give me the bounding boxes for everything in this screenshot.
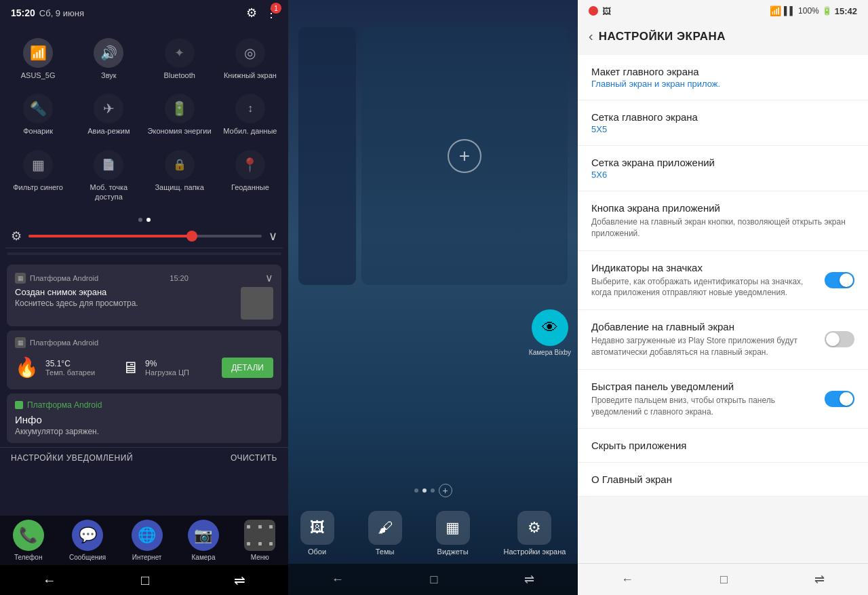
badges-toggle-knob xyxy=(840,273,853,287)
add-home-text: Добавление на главный экран Недавно загр… xyxy=(591,321,825,358)
notif-thumbnail xyxy=(241,287,273,320)
home-home-button[interactable]: □ xyxy=(431,573,438,587)
dock-messages[interactable]: 💬 Сообщения xyxy=(69,520,106,561)
bottom-navigation: ← □ ⇌ xyxy=(0,565,288,595)
battery-notification[interactable]: ▦ Платформа Android 🔥 35.1°С Темп. батар… xyxy=(7,330,281,389)
settings-item-badges[interactable]: Индикаторы на значках Выберите, как отоб… xyxy=(578,251,868,311)
home-layout-title: Макет главного экрана xyxy=(591,66,854,77)
notif-settings-button[interactable]: НАСТРОЙКИ УВЕДОМЛЕНИЙ xyxy=(11,453,133,463)
tile-sound[interactable]: 🔊 Звук xyxy=(73,31,144,87)
settings-back-arrow[interactable]: ‹ xyxy=(589,28,593,44)
quick-notif-row: Быстрая панель уведомлений Проведите пал… xyxy=(591,381,854,418)
tile-location-label: Геоданные xyxy=(231,183,269,192)
tile-bluetooth[interactable]: ✦ Bluetooth xyxy=(144,31,215,87)
wallpaper-icon: 🖼 xyxy=(300,511,334,545)
tile-filter-label: Фильтр синего xyxy=(13,183,63,192)
tile-mobile-data[interactable]: ↕ Мобил. данные xyxy=(215,87,285,142)
tile-secure-folder[interactable]: 🔒 Защищ. папка xyxy=(144,143,215,209)
notif-expand-icon[interactable]: ∨ xyxy=(265,271,273,284)
home-card-main[interactable]: + xyxy=(361,27,568,285)
tile-battery-save[interactable]: 🔋 Экономия энергии xyxy=(144,87,215,142)
wallpaper-label: Обои xyxy=(308,548,326,556)
toolbar-screen-settings[interactable]: ⚙ Настройки экрана xyxy=(504,511,566,556)
home-grid-title: Сетка главного экрана xyxy=(591,111,854,123)
notification-badge: 1 xyxy=(271,3,281,14)
flame-icon: 🔥 xyxy=(15,356,39,379)
dock-camera[interactable]: 📷 Камера xyxy=(188,520,219,561)
apps-grid-sub: 5X6 xyxy=(591,170,854,180)
location-icon: 📍 xyxy=(235,150,265,180)
wifi-icon: 📶 xyxy=(23,38,53,68)
settings-icon[interactable]: ⚙ xyxy=(246,5,257,20)
clear-button[interactable]: ОЧИСТИТЬ xyxy=(231,453,277,463)
hide-apps-title: Скрыть приложения xyxy=(591,440,854,451)
drag-handle xyxy=(7,252,281,255)
battery-icon-full: 🔋 xyxy=(822,6,832,16)
add-home-title: Добавление на главный экран xyxy=(591,321,825,332)
dock-menu[interactable]: Меню xyxy=(244,520,275,561)
status-bar-left: 15:20 Сб, 9 июня xyxy=(11,7,84,18)
tile-flashlight[interactable]: 🔦 Фонарик xyxy=(3,87,73,142)
tile-reading-label: Книжный экран xyxy=(224,71,277,80)
settings-item-about[interactable]: О Главный экран xyxy=(578,463,868,497)
divider xyxy=(5,248,283,248)
tile-reading[interactable]: ◎ Книжный экран xyxy=(215,31,285,87)
screenshot-notification[interactable]: ▦ Платформа Android 15:20 ∨ Создан снимо… xyxy=(7,265,281,326)
settings-item-hide-apps[interactable]: Скрыть приложения xyxy=(578,429,868,463)
menu-dot xyxy=(247,542,250,545)
quick-notif-toggle[interactable] xyxy=(825,391,854,407)
home-button[interactable]: □ xyxy=(141,573,149,588)
recent-button[interactable]: ⇌ xyxy=(234,572,245,588)
settings-item-add-home[interactable]: Добавление на главный экран Недавно загр… xyxy=(578,310,868,370)
dock-internet[interactable]: 🌐 Интернет xyxy=(132,520,163,561)
home-cards: + xyxy=(298,27,568,285)
settings-item-apps-button[interactable]: Кнопка экрана приложений Добавление на г… xyxy=(578,191,868,251)
info-title: Инфо xyxy=(15,414,273,425)
settings-item-apps-grid[interactable]: Сетка экрана приложений 5X6 xyxy=(578,146,868,191)
home-grid-sub: 5X5 xyxy=(591,124,854,134)
add-home-toggle[interactable] xyxy=(825,331,854,347)
home-back-button[interactable]: ← xyxy=(332,573,344,587)
tile-airplane[interactable]: ✈ Авиа-режим xyxy=(73,87,144,142)
tile-hotspot[interactable]: 📄 Моб. точка доступа xyxy=(73,143,144,209)
bixby-camera-button[interactable]: 👁 Камера Bixby xyxy=(529,309,571,356)
battery-platform-icon: ▦ xyxy=(15,337,26,348)
battery-save-icon: 🔋 xyxy=(165,94,195,123)
tile-wifi[interactable]: 📶 ASUS_5G xyxy=(3,31,73,87)
toolbar-themes[interactable]: 🖌 Темы xyxy=(368,511,402,556)
details-button[interactable]: ДЕТАЛИ xyxy=(222,358,273,378)
back-button[interactable]: ← xyxy=(43,573,56,588)
apps-grid-title: Сетка экрана приложений xyxy=(591,157,854,168)
bixby-label: Камера Bixby xyxy=(529,349,571,356)
tile-location[interactable]: 📍 Геоданные xyxy=(215,143,285,209)
add-page-indicator[interactable]: + xyxy=(439,484,452,497)
toolbar-widgets[interactable]: ▦ Виджеты xyxy=(436,511,470,556)
add-home-desc: Недавно загруженные из Play Store прилож… xyxy=(591,335,825,358)
badges-toggle[interactable] xyxy=(825,272,854,288)
settings-item-home-layout[interactable]: Макет главного экрана Главный экран и эк… xyxy=(578,55,868,100)
collapse-icon[interactable]: ∨ xyxy=(269,229,277,244)
menu-with-badge[interactable]: ⋮ 1 xyxy=(265,5,277,20)
add-page-button[interactable]: + xyxy=(448,139,481,173)
messages-app-icon: 💬 xyxy=(72,520,103,551)
page-dot-3 xyxy=(431,488,435,493)
dot-1 xyxy=(138,218,142,222)
dock-phone[interactable]: 📞 Телефон xyxy=(13,520,44,561)
info-notification[interactable]: Платформа Android Инфо Аккумулятор заряж… xyxy=(7,394,281,443)
quick-notif-desc: Проведите пальцем вниз, чтобы открыть па… xyxy=(591,395,825,418)
tile-hotspot-label: Моб. точка доступа xyxy=(76,183,141,202)
badges-text: Индикаторы на значках Выберите, как отоб… xyxy=(591,262,825,299)
tile-blue-filter[interactable]: ▦ Фильтр синего xyxy=(3,143,73,209)
settings-back-btn[interactable]: ← xyxy=(621,573,633,587)
brightness-slider[interactable] xyxy=(28,235,262,237)
home-recent-button[interactable]: ⇌ xyxy=(524,572,534,587)
dot-2 xyxy=(146,218,151,222)
tile-secure-label: Защищ. папка xyxy=(155,183,203,192)
settings-item-quick-notif[interactable]: Быстрая панель уведомлений Проведите пал… xyxy=(578,370,868,429)
settings-recent-btn[interactable]: ⇌ xyxy=(814,572,825,587)
settings-home-btn[interactable]: □ xyxy=(720,573,728,587)
messages-label: Сообщения xyxy=(69,554,106,561)
brightness-row: ⚙ ∨ xyxy=(0,226,288,246)
toolbar-wallpaper[interactable]: 🖼 Обои xyxy=(300,511,334,556)
settings-item-home-grid[interactable]: Сетка главного экрана 5X5 xyxy=(578,100,868,146)
